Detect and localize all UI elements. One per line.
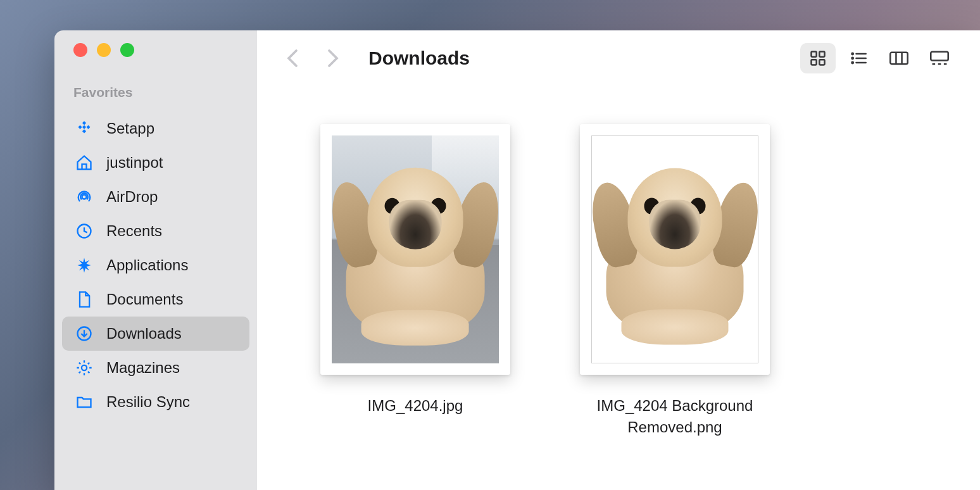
sidebar-section-favorites: Favorites — [54, 85, 257, 100]
nav-forward-button[interactable] — [320, 46, 346, 71]
folder-icon — [73, 391, 95, 413]
svg-point-17 — [852, 62, 853, 63]
svg-rect-9 — [812, 52, 817, 57]
sidebar-item-airdrop[interactable]: AirDrop — [62, 180, 249, 214]
svg-rect-10 — [819, 52, 824, 57]
sidebar-item-applications[interactable]: Applications — [62, 248, 249, 282]
window-controls — [54, 43, 257, 57]
main-pane: Downloads — [257, 30, 980, 490]
sidebar-item-label: Documents — [106, 291, 183, 308]
svg-rect-12 — [819, 60, 824, 65]
svg-point-15 — [852, 58, 853, 59]
sidebar-item-documents[interactable]: Documents — [62, 282, 249, 317]
sidebar-item-label: Magazines — [106, 359, 180, 377]
svg-rect-19 — [890, 53, 907, 64]
svg-rect-2 — [86, 125, 90, 129]
list-view-button[interactable] — [841, 43, 876, 73]
minimize-button[interactable] — [97, 43, 111, 57]
file-name-label: IMG_4204.jpg — [368, 395, 463, 417]
sidebar-item-recents[interactable]: Recents — [62, 214, 249, 248]
close-button[interactable] — [73, 43, 87, 57]
file-grid: IMG_4204.jpg — [257, 86, 980, 490]
page-title: Downloads — [368, 47, 470, 69]
svg-rect-4 — [82, 129, 86, 133]
sidebar-item-label: Recents — [106, 222, 162, 240]
document-icon — [73, 289, 95, 310]
setapp-icon — [73, 118, 95, 139]
svg-point-8 — [82, 365, 87, 370]
sidebar-item-label: Downloads — [106, 325, 182, 342]
icon-view-button[interactable] — [800, 43, 836, 73]
file-item[interactable]: IMG_4204 Background Removed.png — [580, 124, 770, 437]
finder-window: Favorites Setapp justinpot AirDrop Recen… — [54, 30, 980, 490]
gear-icon — [73, 357, 95, 379]
svg-point-13 — [852, 53, 853, 54]
download-icon — [73, 323, 95, 344]
svg-rect-1 — [78, 125, 82, 129]
sidebar-item-home[interactable]: justinpot — [62, 146, 249, 180]
file-thumbnail — [320, 124, 510, 375]
svg-point-5 — [82, 195, 87, 199]
home-icon — [73, 152, 95, 173]
svg-rect-3 — [82, 125, 86, 129]
svg-rect-11 — [812, 60, 817, 65]
file-name-label: IMG_4204 Background Removed.png — [580, 395, 770, 437]
sidebar-item-magazines[interactable]: Magazines — [62, 351, 249, 385]
sidebar-item-setapp[interactable]: Setapp — [62, 111, 249, 146]
sidebar-item-label: Setapp — [106, 120, 154, 137]
svg-rect-22 — [931, 52, 948, 61]
applications-icon — [73, 254, 95, 276]
nav-back-button[interactable] — [280, 46, 305, 71]
sidebar-item-downloads[interactable]: Downloads — [62, 317, 249, 351]
file-item[interactable]: IMG_4204.jpg — [320, 124, 510, 417]
sidebar-item-label: Resilio Sync — [106, 393, 190, 411]
file-thumbnail — [580, 124, 770, 375]
sidebar: Favorites Setapp justinpot AirDrop Recen… — [54, 30, 257, 490]
view-mode-switcher — [800, 43, 957, 73]
airdrop-icon — [73, 186, 95, 208]
sidebar-item-label: AirDrop — [106, 188, 158, 206]
gallery-view-button[interactable] — [922, 43, 957, 73]
clock-icon — [73, 220, 95, 242]
svg-rect-0 — [82, 121, 86, 125]
sidebar-item-resilio-sync[interactable]: Resilio Sync — [62, 385, 249, 419]
toolbar: Downloads — [257, 30, 980, 86]
column-view-button[interactable] — [881, 43, 917, 73]
sidebar-item-label: justinpot — [106, 154, 163, 172]
fullscreen-button[interactable] — [120, 43, 134, 57]
sidebar-item-label: Applications — [106, 256, 188, 274]
